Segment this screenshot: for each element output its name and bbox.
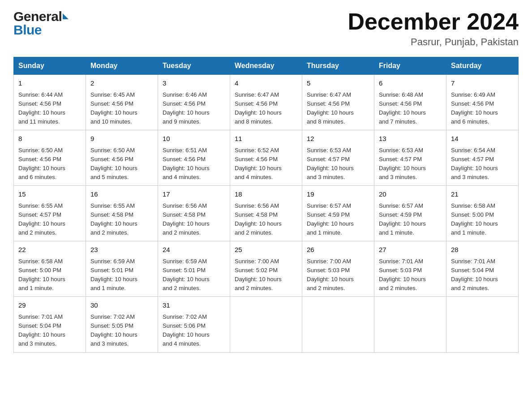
day-number: 11 bbox=[235, 134, 297, 144]
calendar-cell: 16 Sunrise: 6:55 AMSunset: 4:58 PMDaylig… bbox=[86, 186, 158, 241]
calendar-header-monday: Monday bbox=[86, 57, 158, 75]
day-info: Sunrise: 6:59 AMSunset: 5:01 PMDaylight:… bbox=[90, 258, 137, 291]
calendar-cell: 21 Sunrise: 6:58 AMSunset: 5:00 PMDaylig… bbox=[446, 186, 519, 241]
logo: General Blue bbox=[13, 9, 69, 38]
day-number: 12 bbox=[307, 134, 369, 144]
day-number: 31 bbox=[163, 300, 225, 311]
calendar-cell: 14 Sunrise: 6:54 AMSunset: 4:57 PMDaylig… bbox=[446, 130, 519, 186]
calendar-cell: 6 Sunrise: 6:48 AMSunset: 4:56 PMDayligh… bbox=[374, 75, 446, 130]
day-info: Sunrise: 6:58 AMSunset: 5:00 PMDaylight:… bbox=[18, 258, 65, 291]
calendar-week-row: 1 Sunrise: 6:44 AMSunset: 4:56 PMDayligh… bbox=[14, 75, 519, 130]
calendar-header-sunday: Sunday bbox=[14, 57, 86, 75]
calendar-subtitle: Pasrur, Punjab, Pakistan bbox=[348, 36, 519, 48]
day-number: 1 bbox=[18, 78, 81, 89]
calendar-cell: 9 Sunrise: 6:50 AMSunset: 4:56 PMDayligh… bbox=[86, 130, 158, 186]
calendar-cell: 7 Sunrise: 6:49 AMSunset: 4:56 PMDayligh… bbox=[446, 75, 519, 130]
day-number: 27 bbox=[379, 245, 442, 255]
day-info: Sunrise: 6:53 AMSunset: 4:57 PMDaylight:… bbox=[307, 147, 354, 180]
calendar-cell: 10 Sunrise: 6:51 AMSunset: 4:56 PMDaylig… bbox=[158, 130, 230, 186]
calendar-header-friday: Friday bbox=[374, 57, 446, 75]
calendar-cell bbox=[374, 297, 446, 352]
calendar-cell bbox=[230, 297, 302, 352]
day-number: 15 bbox=[18, 189, 81, 200]
day-info: Sunrise: 6:56 AMSunset: 4:58 PMDaylight:… bbox=[163, 202, 210, 236]
day-info: Sunrise: 6:57 AMSunset: 4:59 PMDaylight:… bbox=[379, 202, 426, 236]
calendar-cell: 25 Sunrise: 7:00 AMSunset: 5:02 PMDaylig… bbox=[230, 241, 302, 297]
day-info: Sunrise: 6:58 AMSunset: 5:00 PMDaylight:… bbox=[451, 202, 498, 236]
day-info: Sunrise: 6:57 AMSunset: 4:59 PMDaylight:… bbox=[307, 202, 354, 236]
day-number: 22 bbox=[18, 245, 81, 255]
day-info: Sunrise: 6:53 AMSunset: 4:57 PMDaylight:… bbox=[379, 147, 426, 180]
page-header: General Blue December 2024 Pasrur, Punja… bbox=[13, 9, 519, 48]
day-info: Sunrise: 6:47 AMSunset: 4:56 PMDaylight:… bbox=[235, 91, 282, 125]
day-number: 29 bbox=[18, 300, 81, 311]
calendar-title: December 2024 bbox=[348, 9, 519, 34]
calendar-week-row: 29 Sunrise: 7:01 AMSunset: 5:04 PMDaylig… bbox=[14, 297, 519, 352]
calendar-cell: 1 Sunrise: 6:44 AMSunset: 4:56 PMDayligh… bbox=[14, 75, 86, 130]
day-info: Sunrise: 7:02 AMSunset: 5:06 PMDaylight:… bbox=[163, 313, 210, 347]
title-block: December 2024 Pasrur, Punjab, Pakistan bbox=[348, 9, 519, 48]
day-info: Sunrise: 6:48 AMSunset: 4:56 PMDaylight:… bbox=[379, 91, 426, 125]
day-number: 8 bbox=[18, 134, 81, 144]
day-number: 4 bbox=[235, 78, 297, 89]
day-number: 17 bbox=[163, 189, 225, 200]
day-info: Sunrise: 7:01 AMSunset: 5:04 PMDaylight:… bbox=[18, 313, 65, 347]
day-number: 25 bbox=[235, 245, 297, 255]
day-number: 19 bbox=[307, 189, 369, 200]
day-info: Sunrise: 7:02 AMSunset: 5:05 PMDaylight:… bbox=[90, 313, 137, 347]
day-info: Sunrise: 6:47 AMSunset: 4:56 PMDaylight:… bbox=[307, 91, 354, 125]
calendar-cell: 13 Sunrise: 6:53 AMSunset: 4:57 PMDaylig… bbox=[374, 130, 446, 186]
day-number: 6 bbox=[379, 78, 442, 89]
calendar-cell: 24 Sunrise: 6:59 AMSunset: 5:01 PMDaylig… bbox=[158, 241, 230, 297]
day-info: Sunrise: 7:01 AMSunset: 5:03 PMDaylight:… bbox=[379, 258, 426, 291]
day-number: 28 bbox=[451, 245, 514, 255]
calendar-header-tuesday: Tuesday bbox=[158, 57, 230, 75]
logo-triangle-icon bbox=[63, 13, 69, 19]
day-number: 14 bbox=[451, 134, 514, 144]
calendar-week-row: 15 Sunrise: 6:55 AMSunset: 4:57 PMDaylig… bbox=[14, 186, 519, 241]
calendar-cell: 3 Sunrise: 6:46 AMSunset: 4:56 PMDayligh… bbox=[158, 75, 230, 130]
calendar-week-row: 22 Sunrise: 6:58 AMSunset: 5:00 PMDaylig… bbox=[14, 241, 519, 297]
day-number: 26 bbox=[307, 245, 369, 255]
calendar-cell bbox=[302, 297, 374, 352]
calendar-cell: 5 Sunrise: 6:47 AMSunset: 4:56 PMDayligh… bbox=[302, 75, 374, 130]
calendar-cell: 26 Sunrise: 7:00 AMSunset: 5:03 PMDaylig… bbox=[302, 241, 374, 297]
calendar-header-row: SundayMondayTuesdayWednesdayThursdayFrid… bbox=[14, 57, 519, 75]
day-info: Sunrise: 7:00 AMSunset: 5:03 PMDaylight:… bbox=[307, 258, 354, 291]
day-info: Sunrise: 7:01 AMSunset: 5:04 PMDaylight:… bbox=[451, 258, 498, 291]
calendar-cell: 2 Sunrise: 6:45 AMSunset: 4:56 PMDayligh… bbox=[86, 75, 158, 130]
day-number: 10 bbox=[163, 134, 225, 144]
day-info: Sunrise: 7:00 AMSunset: 5:02 PMDaylight:… bbox=[235, 258, 282, 291]
calendar-cell: 20 Sunrise: 6:57 AMSunset: 4:59 PMDaylig… bbox=[374, 186, 446, 241]
calendar-cell: 11 Sunrise: 6:52 AMSunset: 4:56 PMDaylig… bbox=[230, 130, 302, 186]
calendar-cell: 4 Sunrise: 6:47 AMSunset: 4:56 PMDayligh… bbox=[230, 75, 302, 130]
calendar-header-wednesday: Wednesday bbox=[230, 57, 302, 75]
calendar-cell: 17 Sunrise: 6:56 AMSunset: 4:58 PMDaylig… bbox=[158, 186, 230, 241]
calendar-cell: 19 Sunrise: 6:57 AMSunset: 4:59 PMDaylig… bbox=[302, 186, 374, 241]
day-info: Sunrise: 6:52 AMSunset: 4:56 PMDaylight:… bbox=[235, 147, 282, 180]
calendar-cell: 23 Sunrise: 6:59 AMSunset: 5:01 PMDaylig… bbox=[86, 241, 158, 297]
calendar-cell: 22 Sunrise: 6:58 AMSunset: 5:00 PMDaylig… bbox=[14, 241, 86, 297]
calendar-cell: 31 Sunrise: 7:02 AMSunset: 5:06 PMDaylig… bbox=[158, 297, 230, 352]
calendar-cell: 28 Sunrise: 7:01 AMSunset: 5:04 PMDaylig… bbox=[446, 241, 519, 297]
logo-general-text: General bbox=[13, 9, 62, 24]
calendar-cell: 18 Sunrise: 6:56 AMSunset: 4:58 PMDaylig… bbox=[230, 186, 302, 241]
calendar-cell: 8 Sunrise: 6:50 AMSunset: 4:56 PMDayligh… bbox=[14, 130, 86, 186]
day-info: Sunrise: 6:51 AMSunset: 4:56 PMDaylight:… bbox=[163, 147, 210, 180]
day-number: 20 bbox=[379, 189, 442, 200]
day-number: 21 bbox=[451, 189, 514, 200]
day-number: 16 bbox=[90, 189, 153, 200]
day-info: Sunrise: 6:49 AMSunset: 4:56 PMDaylight:… bbox=[451, 91, 498, 125]
logo-blue-text: Blue bbox=[13, 22, 42, 38]
day-info: Sunrise: 6:46 AMSunset: 4:56 PMDaylight:… bbox=[163, 91, 210, 125]
day-info: Sunrise: 6:55 AMSunset: 4:57 PMDaylight:… bbox=[18, 202, 65, 236]
day-number: 30 bbox=[90, 300, 153, 311]
day-info: Sunrise: 6:55 AMSunset: 4:58 PMDaylight:… bbox=[90, 202, 137, 236]
day-number: 23 bbox=[90, 245, 153, 255]
calendar-header-thursday: Thursday bbox=[302, 57, 374, 75]
day-number: 3 bbox=[163, 78, 225, 89]
day-info: Sunrise: 6:50 AMSunset: 4:56 PMDaylight:… bbox=[18, 147, 65, 180]
day-info: Sunrise: 6:54 AMSunset: 4:57 PMDaylight:… bbox=[451, 147, 498, 180]
day-info: Sunrise: 6:50 AMSunset: 4:56 PMDaylight:… bbox=[90, 147, 137, 180]
day-number: 7 bbox=[451, 78, 514, 89]
